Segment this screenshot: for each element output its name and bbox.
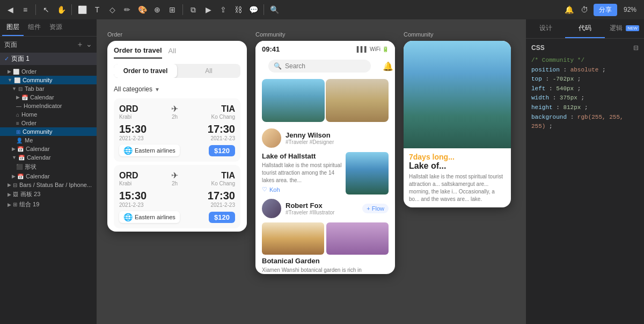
css-line-position: position : absolute ;	[531, 66, 639, 75]
share-button[interactable]: 分享	[594, 4, 617, 16]
preview-icon[interactable]: ▶	[202, 4, 214, 16]
flight-1-from-section: ORD Krabi	[119, 104, 138, 120]
layer-group-19[interactable]: ▶ ⊞ 组合 19	[0, 199, 97, 210]
layer-order-label: Order	[21, 68, 36, 75]
search-input[interactable]	[285, 62, 365, 70]
flight-1-airline-name: Eastern airlines	[135, 147, 175, 154]
layer-community-sub[interactable]: ⊞ Community	[0, 127, 97, 136]
flight-2-airline-row: 🌐 Eastern airlines $120	[119, 211, 235, 223]
comm-status-bar: 09:41 ▌▌▌ WiFi 🔋	[255, 41, 395, 55]
css-expand-icon[interactable]: ⊟	[633, 44, 639, 52]
layer-order-sub[interactable]: ≡ Order	[0, 119, 97, 127]
layer-home-label: Home	[21, 111, 37, 118]
order-segment: Order to travel All	[114, 64, 240, 78]
layer-community-sub-label: Community	[23, 128, 53, 135]
layer-home[interactable]: ⌂ Home	[0, 110, 97, 119]
history-icon[interactable]: ⏱	[579, 4, 590, 16]
zoom-level: 92%	[620, 5, 640, 15]
pen-icon[interactable]: ✏	[121, 4, 133, 16]
flight-2-from-section: ORD Krabi	[119, 171, 138, 186]
comm-search-bar[interactable]: 🔍	[268, 60, 371, 73]
community-frame-wrapper: Community 09:41 ▌▌▌ WiFi 🔋	[255, 41, 395, 274]
comm-search-row: 🔍 🔔	[255, 55, 395, 77]
add-page-button[interactable]: ＋	[76, 40, 84, 49]
back-icon[interactable]: ◀	[4, 4, 16, 16]
css-line-top: top : -702px ;	[531, 75, 639, 84]
expand-pages-button[interactable]: ⌄	[86, 40, 92, 49]
separator-2	[71, 4, 72, 15]
flight-2-airline-name: Eastern airlines	[135, 214, 175, 220]
tab-logic[interactable]: 逻辑 NEW	[605, 19, 644, 38]
robert-user-info: Robert Fox #Traveler #Illustrator	[286, 201, 358, 215]
comment-icon[interactable]: 💬	[247, 4, 259, 16]
frame-icon[interactable]: ⬜	[76, 4, 88, 16]
flight-2-airline-badge: 🌐 Eastern airlines	[119, 211, 180, 223]
zoom-icon[interactable]: ⊕	[151, 4, 163, 16]
follow-button[interactable]: + Flow	[362, 204, 389, 213]
layer-calendar-3[interactable]: ▼ 📅 Calendar	[0, 153, 97, 162]
lake-article-content: Lake of Hallstatt Hallstadt lake is the …	[262, 152, 342, 195]
comm2-main-image	[404, 41, 511, 148]
flight-1-airline-row: 🌐 Eastern airlines $120	[119, 145, 235, 156]
layer-calendar-1[interactable]: ▶ 📅 Calendar	[0, 93, 97, 102]
layer-community[interactable]: ▼ ⬜ Community	[0, 76, 97, 84]
layer-home-icon-2: ⌂	[16, 112, 19, 118]
hand-icon[interactable]: ✋	[55, 4, 67, 16]
community-frame-label: Community	[255, 31, 286, 38]
layer-shape[interactable]: ⬛ 形状	[0, 162, 97, 172]
page-item-1[interactable]: ✓ 页面 1	[0, 53, 97, 65]
flight-2-times: 15:30 2021-2-23 17:30 2021-2-23	[119, 190, 235, 208]
css-comment: /* Community */	[531, 56, 639, 66]
flight-2-dep: 15:30 2021-2-23	[119, 190, 147, 208]
paint-icon[interactable]: 🎨	[136, 4, 148, 16]
flight-2-to-city: Ko Chang	[211, 181, 235, 186]
layer-homeindicator[interactable]: — HomeIndicator	[0, 102, 97, 110]
layer-calendar-label-2: Calendar	[26, 146, 50, 152]
menu-icon[interactable]: ≡	[19, 4, 31, 16]
shape-icon[interactable]: ◇	[106, 4, 118, 16]
tab-new-badge: NEW	[626, 25, 639, 31]
bell-icon[interactable]: 🔔	[383, 61, 393, 71]
tab-design[interactable]: 设计	[526, 19, 565, 38]
botanical-img-2	[326, 222, 389, 255]
text-icon[interactable]: T	[91, 4, 103, 16]
order-seg-all[interactable]: All	[177, 64, 240, 78]
order-nav-travel[interactable]: Order to travel	[114, 46, 162, 59]
link-icon[interactable]: ⛓	[232, 4, 244, 16]
layer-me[interactable]: 👤 Me	[0, 136, 97, 145]
flight-1-arr: 17:30 2021-2-23	[208, 123, 235, 141]
layer-tabbar-label: Tab bar	[25, 85, 45, 92]
tab-layers[interactable]: 图层	[2, 19, 24, 36]
order-nav-all[interactable]: All	[169, 47, 176, 58]
layer-order-sub-label: Order	[21, 120, 36, 126]
css-code-block: /* Community */ position : absolute ; to…	[531, 56, 639, 132]
flight-card-1-header: ORD Krabi ✈ 2h TIA Ko Chang	[119, 104, 235, 120]
layer-bars-icon: ⊟	[13, 182, 17, 188]
share-icon2[interactable]: ⇪	[217, 4, 229, 16]
grid-icon[interactable]: ⊞	[166, 4, 178, 16]
pages-actions: ＋ ⌄	[76, 40, 92, 49]
layer-board-23[interactable]: ▶ 🖼 画板 23	[0, 189, 97, 199]
layer-calendar-4[interactable]: ▶ 📅 Calendar	[0, 172, 97, 181]
layer-homeindicator-label: HomeIndicator	[24, 103, 62, 109]
copy-icon[interactable]: ⧉	[187, 4, 199, 16]
airline-icon-1: 🌐	[123, 146, 133, 155]
notification-icon[interactable]: 🔔	[564, 4, 575, 16]
inspect-icon[interactable]: 🔍	[268, 4, 280, 16]
order-seg-travel[interactable]: Order to travel	[114, 64, 177, 78]
layer-arrow-icon-3: ▼	[12, 86, 17, 91]
community-frame: 09:41 ▌▌▌ WiFi 🔋 🔍 🔔	[255, 41, 395, 274]
comm2-title: Lake of...	[409, 161, 506, 171]
tab-resources[interactable]: 资源	[45, 19, 67, 36]
flight-2-dep-date: 2021-2-23	[119, 202, 147, 208]
cursor-icon[interactable]: ↖	[40, 4, 52, 16]
layer-arrow-icon-8: ▶	[8, 182, 11, 188]
tab-components[interactable]: 组件	[24, 19, 45, 36]
layer-calendar-2[interactable]: ▶ 📅 Calendar	[0, 145, 97, 153]
tab-code[interactable]: 代码	[565, 19, 604, 38]
layer-order[interactable]: ▶ ⬜ Order	[0, 67, 97, 76]
layer-bars[interactable]: ▶ ⊟ Bars / Status Bar / Iphone...	[0, 181, 97, 189]
botanical-section: Botanical Garden Xiamen Wanshi botanical…	[262, 222, 389, 274]
layer-tabbar[interactable]: ▼ ⊟ Tab bar	[0, 84, 97, 93]
heart-icon: ♡	[262, 186, 267, 193]
